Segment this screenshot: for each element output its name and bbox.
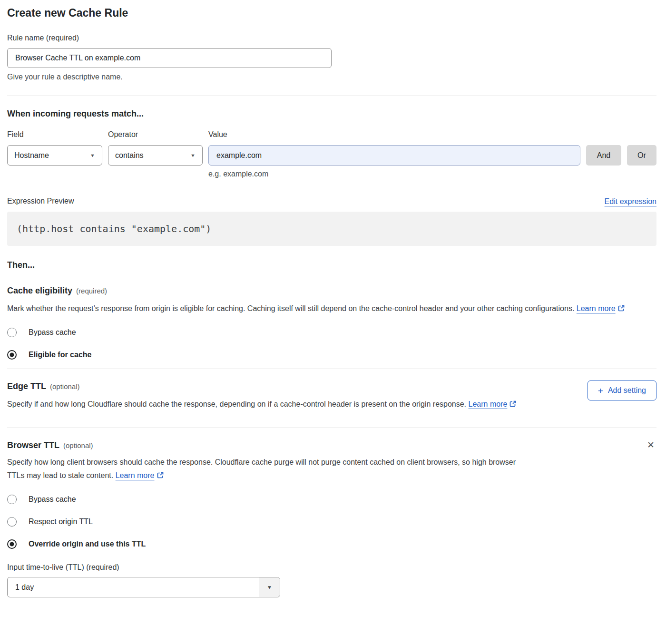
browser-ttl-title: Browser TTL [7, 440, 59, 450]
ttl-input-label: Input time-to-live (TTL) (required) [7, 563, 656, 572]
field-select[interactable]: Hostname ▼ [7, 145, 102, 166]
cache-eligibility-description-text: Mark whether the request’s response from… [7, 304, 574, 312]
rule-name-helper: Give your rule a descriptive name. [7, 72, 656, 82]
edge-ttl-section: Edge TTL(optional) Specify if and how lo… [7, 381, 656, 412]
radio-option-eligible-for-cache[interactable]: Eligible for cache [7, 350, 656, 360]
edge-ttl-content: Edge TTL(optional) Specify if and how lo… [7, 381, 517, 412]
radio-option-bypass-cache[interactable]: Bypass cache [7, 328, 656, 337]
radio-label: Override origin and use this TTL [29, 540, 146, 548]
radio-option-respect-origin-ttl[interactable]: Respect origin TTL [7, 517, 656, 527]
radio-label: Respect origin TTL [29, 517, 93, 526]
value-input[interactable] [208, 145, 580, 166]
value-label: Value [208, 130, 580, 139]
external-link-icon [617, 305, 625, 313]
create-cache-rule-form: Create new Cache Rule Rule name (require… [0, 0, 666, 609]
chevron-down-icon: ▼ [267, 585, 273, 590]
add-setting-button[interactable]: + Add setting [588, 381, 656, 400]
operator-column: Operator contains ▼ [108, 130, 203, 166]
expression-preview-label: Expression Preview [7, 196, 74, 206]
match-section-heading: When incoming requests match... [7, 108, 656, 119]
radio-icon[interactable] [7, 328, 17, 337]
external-link-icon [157, 472, 164, 480]
rule-name-input[interactable] [7, 48, 332, 68]
value-helper: e.g. example.com [208, 170, 656, 178]
edge-ttl-title: Edge TTL [7, 381, 46, 391]
browser-ttl-description-text: Specify how long client browsers should … [7, 458, 516, 479]
edge-ttl-learn-more-link[interactable]: Learn more [469, 400, 508, 408]
radio-icon[interactable] [7, 517, 17, 527]
operator-select-value: contains [115, 151, 144, 160]
page-title: Create new Cache Rule [7, 6, 656, 20]
divider [7, 369, 656, 369]
radio-selected-icon[interactable] [7, 350, 17, 360]
divider [7, 428, 656, 428]
divider [7, 96, 656, 96]
edge-ttl-heading: Edge TTL(optional) [7, 381, 517, 392]
radio-icon[interactable] [7, 495, 17, 504]
plus-icon: + [598, 386, 603, 395]
operator-label: Operator [108, 130, 203, 139]
chevron-down-icon: ▼ [90, 153, 95, 158]
radio-label: Bypass cache [29, 495, 76, 504]
close-icon[interactable]: ✕ [645, 439, 656, 450]
cache-eligibility-learn-more-link[interactable]: Learn more [577, 304, 616, 312]
browser-ttl-optional-tag: (optional) [63, 441, 93, 449]
expression-preview-row: Expression Preview Edit expression [7, 196, 656, 206]
add-setting-label: Add setting [608, 386, 646, 395]
and-button[interactable]: And [586, 145, 621, 166]
ttl-select-caret[interactable]: ▼ [259, 577, 280, 597]
browser-ttl-section-header: Browser TTL(optional) ✕ [7, 439, 656, 451]
cache-eligibility-title: Cache eligibility [7, 286, 72, 295]
edge-ttl-description: Specify if and how long Cloudflare shoul… [7, 398, 517, 412]
ttl-select[interactable]: 1 day ▼ [7, 577, 280, 597]
radio-selected-icon[interactable] [7, 539, 17, 549]
then-heading: Then... [7, 259, 656, 271]
cache-eligibility-description: Mark whether the request’s response from… [7, 302, 647, 316]
value-column: Value [208, 130, 580, 166]
rule-name-label: Rule name (required) [7, 33, 656, 43]
edit-expression-link[interactable]: Edit expression [605, 197, 656, 206]
operator-select[interactable]: contains ▼ [108, 145, 203, 166]
field-label: Field [7, 130, 102, 139]
browser-ttl-learn-more-link[interactable]: Learn more [116, 471, 155, 479]
ttl-select-value: 1 day [8, 577, 259, 597]
field-column: Field Hostname ▼ [7, 130, 102, 166]
edge-ttl-optional-tag: (optional) [50, 382, 80, 390]
chevron-down-icon: ▼ [190, 153, 196, 158]
edge-ttl-description-text: Specify if and how long Cloudflare shoul… [7, 400, 466, 408]
expression-code: (http.host contains "example.com") [7, 212, 656, 246]
browser-ttl-heading: Browser TTL(optional) [7, 439, 93, 451]
radio-label: Eligible for cache [29, 351, 91, 359]
radio-label: Bypass cache [29, 328, 76, 337]
radio-option-browser-bypass-cache[interactable]: Bypass cache [7, 495, 656, 504]
field-select-value: Hostname [14, 151, 49, 160]
browser-ttl-description: Specify how long client browsers should … [7, 456, 527, 483]
or-button[interactable]: Or [627, 145, 656, 166]
radio-option-override-origin-ttl[interactable]: Override origin and use this TTL [7, 539, 656, 549]
cache-eligibility-heading: Cache eligibility(required) [7, 285, 656, 296]
cache-eligibility-required-tag: (required) [76, 287, 107, 295]
external-link-icon [509, 401, 517, 409]
match-condition-row: Field Hostname ▼ Operator contains ▼ Val… [7, 130, 656, 166]
